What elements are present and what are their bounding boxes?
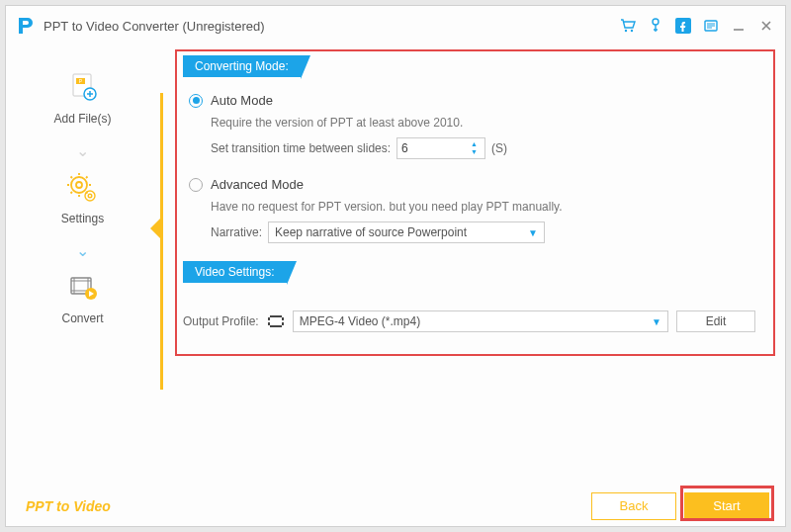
spinner-up-icon[interactable]: ▲ — [471, 140, 481, 148]
app-logo-icon — [16, 16, 36, 36]
output-profile-select[interactable]: MPEG-4 Video (*.mp4) ▼ — [293, 310, 668, 332]
sidebar-label: Settings — [61, 212, 104, 225]
narrative-label: Narrative: — [211, 225, 262, 239]
transition-spinner[interactable]: 6 ▲ ▼ — [396, 137, 485, 159]
transition-value: 6 — [401, 141, 471, 155]
chevron-down-icon: ⌄ — [76, 241, 89, 260]
transition-label: Set transition time between slides: — [211, 141, 391, 155]
sidebar-label: Add File(s) — [53, 112, 111, 126]
output-label: Output Profile: — [183, 314, 259, 328]
dropdown-arrow-icon: ▼ — [652, 316, 661, 327]
back-button[interactable]: Back — [591, 492, 676, 520]
radio-label: Auto Mode — [211, 93, 273, 108]
body: P Add File(s) ⌄ Settings ⌄ Convert — [6, 45, 785, 490]
start-button[interactable]: Start — [684, 492, 769, 520]
svg-point-9 — [71, 177, 87, 193]
radio-icon — [189, 94, 203, 108]
film-icon — [267, 314, 285, 328]
section-video-settings: Video Settings: — [183, 261, 287, 283]
svg-rect-17 — [268, 315, 270, 317]
titlebar: PPT to Video Converter (Unregistered) — [6, 6, 785, 45]
section-converting-mode: Converting Mode: — [183, 55, 301, 77]
auto-mode-desc: Require the version of PPT at least abov… — [211, 116, 755, 130]
radio-label: Advanced Mode — [211, 177, 304, 192]
svg-rect-21 — [282, 320, 284, 322]
sidebar-item-settings[interactable]: Settings — [61, 170, 104, 225]
spinner-down-icon[interactable]: ▼ — [471, 148, 481, 156]
app-window: PPT to Video Converter (Unregistered) P … — [5, 5, 786, 527]
svg-rect-18 — [268, 320, 270, 322]
output-value: MPEG-4 Video (*.mp4) — [300, 314, 421, 328]
dropdown-arrow-icon: ▼ — [528, 227, 538, 238]
minimize-icon[interactable] — [730, 17, 747, 35]
output-profile-row: Output Profile: MPEG-4 Video (*.mp4) ▼ E… — [183, 310, 755, 332]
svg-point-1 — [631, 30, 633, 32]
sidebar-item-add-files[interactable]: P Add File(s) — [53, 70, 111, 126]
settings-gear-icon — [64, 170, 100, 206]
add-file-icon: P — [64, 70, 100, 106]
narrative-value: Keep narrative of source Powerpoint — [275, 225, 467, 239]
main-panel: Converting Mode: Auto Mode Require the v… — [159, 45, 785, 490]
svg-point-0 — [625, 30, 627, 32]
menu-icon[interactable] — [702, 17, 720, 35]
svg-rect-20 — [282, 315, 284, 317]
transition-time-row: Set transition time between slides: 6 ▲ … — [211, 137, 755, 159]
close-icon[interactable] — [757, 17, 775, 35]
footer-brand: PPT to Video — [26, 498, 111, 514]
advanced-mode-desc: Have no request for PPT version. but you… — [211, 200, 755, 214]
sidebar: P Add File(s) ⌄ Settings ⌄ Convert — [6, 45, 159, 490]
svg-rect-16 — [270, 317, 282, 325]
sidebar-item-convert[interactable]: Convert — [61, 270, 103, 325]
facebook-icon[interactable] — [674, 17, 692, 35]
edit-button[interactable]: Edit — [676, 310, 755, 332]
radio-icon — [189, 178, 203, 192]
svg-point-11 — [85, 191, 95, 201]
radio-advanced-mode[interactable]: Advanced Mode — [189, 177, 755, 192]
svg-point-2 — [653, 19, 659, 25]
window-title: PPT to Video Converter (Unregistered) — [44, 19, 265, 34]
convert-icon — [65, 270, 101, 306]
chevron-down-icon: ⌄ — [76, 141, 89, 160]
sidebar-label: Convert — [61, 311, 103, 325]
svg-point-10 — [76, 182, 82, 188]
cart-icon[interactable] — [619, 17, 637, 35]
svg-rect-22 — [282, 325, 284, 327]
radio-auto-mode[interactable]: Auto Mode — [189, 93, 755, 108]
narrative-select[interactable]: Keep narrative of source Powerpoint ▼ — [268, 222, 545, 243]
narrative-row: Narrative: Keep narrative of source Powe… — [211, 222, 755, 243]
svg-rect-19 — [268, 325, 270, 327]
transition-unit: (S) — [491, 141, 507, 155]
key-icon[interactable] — [647, 17, 664, 35]
svg-point-12 — [89, 194, 93, 198]
footer: PPT to Video Back Start — [6, 487, 785, 526]
